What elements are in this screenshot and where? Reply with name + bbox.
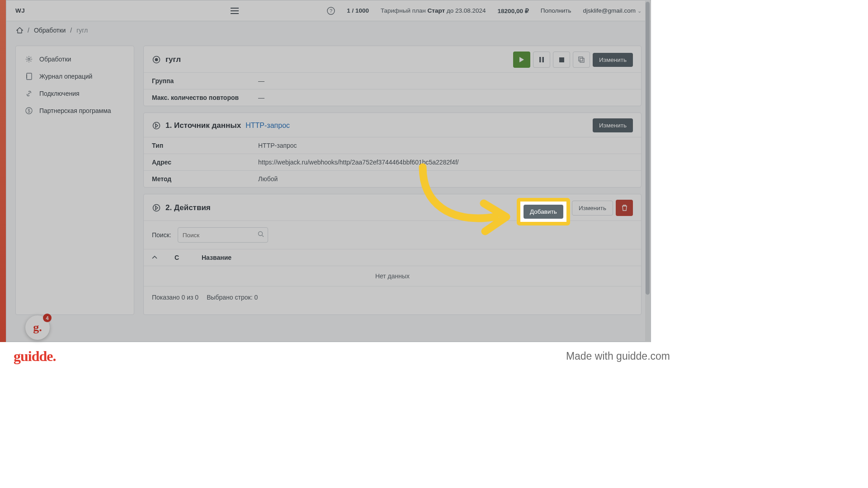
balance: 18200,00 ₽: [498, 7, 529, 14]
step-icon: [152, 121, 161, 130]
user-menu[interactable]: djsklife@gmail.com⌄: [583, 7, 642, 14]
col-name: Название: [202, 254, 231, 261]
dollar-icon: $: [25, 107, 33, 114]
gradient-left-edge: [0, 0, 6, 342]
hamburger-icon[interactable]: [231, 8, 239, 14]
edit-actions-button[interactable]: Изменить: [572, 201, 613, 216]
breadcrumb: / Обработки / гугл: [6, 21, 651, 39]
kv-row: Группа —: [144, 73, 641, 89]
highlight-add-button: Добавить: [517, 198, 570, 225]
table-head: С Название: [144, 249, 641, 266]
svg-rect-8: [539, 57, 541, 62]
play-button[interactable]: [513, 52, 530, 68]
search-icon: [258, 231, 264, 237]
search-input[interactable]: [178, 227, 268, 243]
plan-info: Тарифный план Старт до 23.08.2024: [381, 7, 486, 14]
topbar: WJ ? 1 / 1000 Тарифный план Старт до 23.…: [6, 0, 651, 21]
kv-row: Тип HTTP-запрос: [144, 137, 641, 154]
sidebar-item-journal[interactable]: Журнал операций: [16, 68, 134, 85]
guidde-logo: guidde.: [14, 348, 56, 365]
svg-point-13: [153, 122, 160, 129]
sidebar-item-label: Партнерская программа: [39, 107, 111, 114]
crumb-obrabotki[interactable]: Обработки: [34, 27, 66, 34]
processing-title: гугл: [165, 55, 181, 64]
pause-button[interactable]: [533, 52, 550, 68]
kv-row: Адрес https://webjack.ru/webhooks/http/2…: [144, 154, 641, 171]
sidebar-item-label: Подключения: [39, 90, 80, 97]
journal-icon: [25, 73, 33, 80]
crumb-current: гугл: [76, 27, 88, 34]
link-icon: [25, 90, 33, 97]
search-label: Поиск:: [152, 231, 171, 239]
chevron-down-icon: ⌄: [637, 8, 642, 14]
footer-credit: Made with guidde.com: [566, 350, 670, 362]
table-empty: Нет данных: [144, 266, 641, 286]
svg-rect-12: [580, 58, 584, 62]
edit-processing-button[interactable]: Изменить: [593, 53, 633, 67]
add-action-button[interactable]: Добавить: [524, 205, 563, 219]
svg-point-2: [28, 58, 30, 61]
footer: guidde. Made with guidde.com: [0, 342, 684, 371]
sort-icon[interactable]: [152, 256, 161, 259]
home-icon[interactable]: [16, 27, 23, 33]
guidde-bubble[interactable]: g. 4: [25, 315, 50, 340]
sidebar: Обработки Журнал операций Подключения: [15, 46, 134, 315]
edit-source-button[interactable]: Изменить: [593, 118, 633, 132]
kv-row: Метод Любой: [144, 171, 641, 187]
help-icon[interactable]: ?: [327, 7, 335, 15]
copy-button[interactable]: [573, 52, 590, 68]
gear-icon: [25, 56, 33, 63]
svg-point-14: [153, 205, 160, 211]
actions-heading: 2. Действия: [165, 203, 211, 212]
app-window: WJ ? 1 / 1000 Тарифный план Старт до 23.…: [6, 0, 651, 342]
sidebar-item-partner[interactable]: $ Партнерская программа: [16, 102, 134, 119]
sidebar-item-connections[interactable]: Подключения: [16, 85, 134, 102]
table-footer: Показано 0 из 0 Выбрано строк: 0: [144, 286, 641, 314]
step-icon: [152, 203, 161, 212]
sidebar-item-label: Обработки: [39, 56, 71, 63]
svg-text:?: ?: [330, 8, 332, 14]
svg-rect-3: [27, 73, 32, 80]
svg-rect-10: [559, 57, 564, 62]
svg-rect-9: [542, 57, 544, 62]
scrollbar[interactable]: [645, 1, 650, 341]
main-content: гугл: [143, 46, 642, 315]
svg-point-15: [258, 232, 262, 236]
card-processing: гугл: [143, 46, 642, 106]
guidde-bubble-icon: g.: [33, 321, 42, 334]
card-source: 1. Источник данных HTTP-запрос Изменить …: [143, 113, 642, 188]
sidebar-item-label: Журнал операций: [39, 73, 92, 80]
app-logo: WJ: [15, 7, 25, 14]
notification-badge: 4: [43, 314, 52, 322]
source-heading: 1. Источник данных: [165, 121, 241, 130]
stop-button[interactable]: [553, 52, 570, 68]
source-type-link[interactable]: HTTP-запрос: [245, 122, 290, 130]
topup-link[interactable]: Пополнить: [541, 7, 571, 14]
delete-action-button[interactable]: [616, 200, 633, 216]
target-icon: [152, 55, 161, 64]
usage-counter: 1 / 1000: [347, 7, 369, 14]
col-c: С: [175, 254, 188, 261]
svg-rect-11: [579, 57, 583, 61]
svg-point-7: [155, 58, 158, 61]
svg-text:$: $: [28, 108, 30, 113]
kv-row: Макс. количество повторов —: [144, 89, 641, 106]
sidebar-item-obrabotki[interactable]: Обработки: [16, 51, 134, 68]
